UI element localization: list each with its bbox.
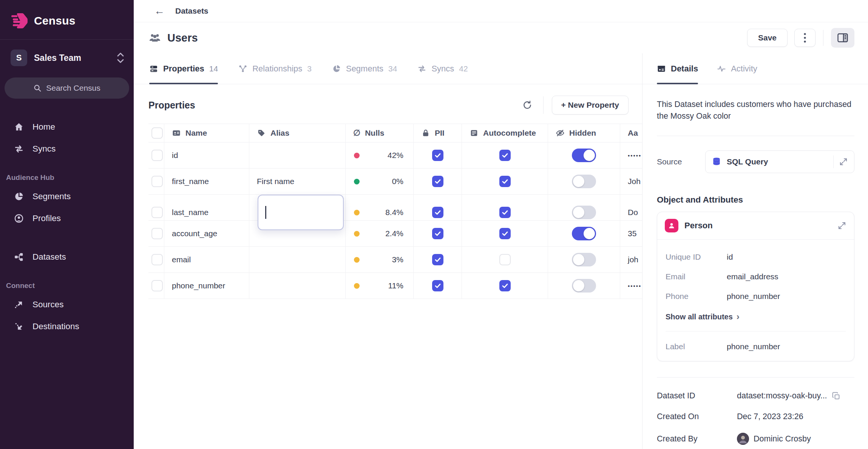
tab-syncs[interactable]: Syncs42 (417, 53, 468, 84)
row-checkbox[interactable] (151, 207, 163, 218)
nav-group: Audience HubSegmentsProfiles (0, 160, 134, 229)
attribute-row: Phonephone_number (666, 292, 846, 301)
column-label: Hidden (569, 129, 596, 138)
refresh-button[interactable] (520, 98, 535, 113)
tab-count: 3 (307, 64, 312, 73)
row-checkbox[interactable] (151, 280, 163, 291)
meta-label: Created On (657, 412, 737, 421)
cell-checkbox (148, 169, 164, 194)
autocomplete-checkbox[interactable] (499, 150, 511, 161)
meta-label: Dataset ID (657, 391, 737, 401)
cell-alias[interactable] (249, 273, 346, 299)
cell-alias[interactable] (249, 142, 346, 168)
back-arrow-icon[interactable]: ← (154, 6, 165, 16)
expand-icon[interactable] (837, 221, 846, 230)
cell-pii (414, 169, 462, 194)
hidden-toggle[interactable] (572, 175, 596, 188)
details-panel-body: This Dataset includes customers who have… (643, 84, 868, 449)
cell-alias[interactable] (249, 247, 346, 272)
sidebar-item-destinations[interactable]: Destinations (0, 316, 134, 338)
source-box[interactable]: SQL Query (705, 150, 854, 173)
brand-name: Census (34, 14, 76, 27)
sidebar-item-label: Profiles (32, 214, 61, 223)
cell-nulls: 2.4% (346, 221, 414, 246)
census-logo: Census (0, 0, 134, 39)
pii-checkbox[interactable] (432, 150, 443, 161)
sidebar-nav: HomeSyncsAudience HubSegmentsProfilesDat… (0, 116, 134, 338)
properties-actions-divider (543, 96, 544, 114)
null-status-dot (354, 210, 360, 215)
workspace-switcher[interactable]: S Sales Team (0, 40, 134, 75)
row-checkbox[interactable] (151, 150, 163, 161)
row-checkbox[interactable] (151, 228, 163, 239)
pii-checkbox[interactable] (432, 280, 443, 291)
autocomplete-checkbox[interactable] (499, 207, 511, 218)
cell-nulls: 0% (346, 169, 414, 194)
attribute-label: Email (666, 272, 727, 281)
hidden-toggle[interactable] (572, 206, 596, 219)
tab-relationships[interactable]: Relationships3 (238, 53, 312, 84)
cell-pii (414, 142, 462, 168)
panel-divider (657, 136, 854, 136)
row-checkbox[interactable] (151, 254, 163, 265)
column-label: Aa (628, 129, 638, 138)
pii-checkbox[interactable] (432, 176, 443, 187)
kebab-menu-button[interactable] (794, 29, 815, 47)
search-census[interactable]: Search Census (5, 77, 129, 99)
property-name: email (172, 255, 191, 264)
sidebar-item-home[interactable]: Home (0, 116, 134, 138)
sidebar-item-datasets[interactable]: Datasets (0, 246, 134, 268)
sidebar-item-profiles[interactable]: Profiles (0, 207, 134, 229)
expand-icon[interactable] (839, 157, 848, 166)
card-divider (666, 331, 846, 331)
alias-edit-input[interactable] (258, 195, 344, 230)
meta-value: dataset:mossy-oak-buy... (737, 391, 841, 401)
null-percentage: 11% (388, 281, 403, 290)
hidden-toggle[interactable] (572, 279, 596, 293)
hidden-toggle[interactable] (572, 253, 596, 266)
hidden-toggle[interactable] (572, 149, 596, 162)
meta-row: Created OnDec 7, 2023 23:26 (657, 412, 854, 421)
details-panel-tabs: DetailsActivity (643, 53, 868, 84)
sidebar-item-segments[interactable]: Segments (0, 186, 134, 207)
autocomplete-checkbox[interactable] (499, 254, 511, 265)
autocomplete-checkbox[interactable] (499, 228, 511, 239)
cell-alias[interactable]: First name (249, 169, 346, 194)
tab-label: Segments (346, 64, 383, 74)
copy-icon[interactable] (832, 392, 841, 401)
select-all-checkbox[interactable] (151, 127, 163, 139)
pii-checkbox[interactable] (432, 254, 443, 265)
sidebar-item-syncs[interactable]: Syncs (0, 138, 134, 160)
activity-tab-icon (717, 64, 726, 73)
text-caret (265, 206, 266, 219)
autocomplete-checkbox[interactable] (499, 176, 511, 187)
panel-tab-details[interactable]: Details (657, 53, 698, 84)
cell-name: phone_number (164, 273, 249, 299)
save-button[interactable]: Save (747, 29, 788, 47)
sidebar-item-sources[interactable]: Sources (0, 294, 134, 316)
hidden-toggle[interactable] (572, 227, 596, 240)
breadcrumb[interactable]: Datasets (175, 6, 209, 15)
row-checkbox[interactable] (151, 176, 163, 187)
details-panel-toggle-button[interactable] (831, 28, 854, 48)
properties-table: NameAlias∅NullsPIIAutocompleteHiddenAaid… (148, 124, 642, 299)
meta-value-text: Dominic Crosby (754, 434, 811, 444)
tab-properties[interactable]: Properties14 (149, 53, 218, 84)
autocomplete-checkbox[interactable] (499, 280, 511, 291)
null-icon: ∅ (353, 128, 360, 138)
show-all-attributes-link[interactable]: Show all attributes › (666, 312, 846, 321)
pii-checkbox[interactable] (432, 228, 443, 239)
cell-hidden (548, 142, 620, 168)
cell-alias[interactable] (249, 195, 346, 230)
person-icon (665, 219, 678, 232)
segments-icon (14, 191, 24, 202)
object-card-body: Unique IDidEmailemail_addressPhonephone_… (657, 240, 854, 361)
topbar: ← Datasets (134, 0, 868, 22)
panel-tab-activity[interactable]: Activity (717, 53, 757, 84)
pii-checkbox[interactable] (432, 207, 443, 218)
tab-segments[interactable]: Segments34 (332, 53, 397, 84)
new-property-button[interactable]: + New Property (552, 96, 629, 115)
main-area: ← Datasets Users Save (134, 0, 868, 449)
chevron-right-icon: › (737, 312, 740, 321)
cell-hidden (548, 221, 620, 246)
